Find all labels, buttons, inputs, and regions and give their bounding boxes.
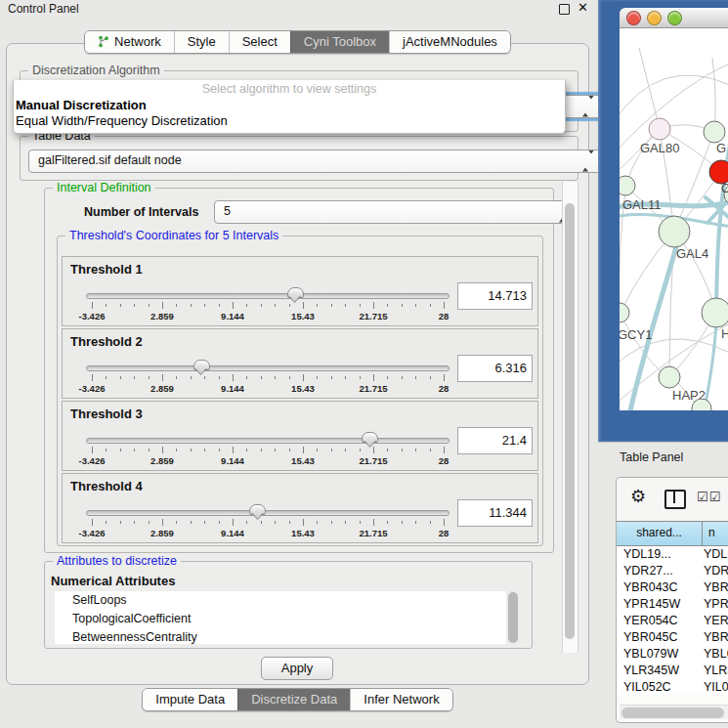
table-horizontal-scrollbar[interactable] (620, 705, 728, 719)
column-header-name[interactable]: n (703, 522, 728, 545)
network-canvas[interactable]: GAL80GCGAL11GAL4GCY1HHAP2 (620, 28, 728, 410)
attribute-item[interactable]: SelfLoops (55, 591, 519, 610)
apply-button[interactable]: Apply (261, 657, 333, 680)
network-node[interactable] (659, 366, 680, 388)
tab-cyni-toolbox[interactable]: Cyni Toolbox (290, 31, 389, 53)
threshold-coordinates-group: Threshold's Coordinates for 5 Intervals … (57, 236, 543, 546)
checkbox-icons[interactable]: ☑☑ (697, 490, 721, 504)
slider-track[interactable] (86, 365, 450, 371)
threshold-slider[interactable]: -3.4262.8599.14415.4321.71528 (86, 363, 450, 396)
table-rows: YDL19...YDL1YDR27...YDR2YBR043CYBR0YPR14… (617, 546, 728, 695)
network-node[interactable] (620, 176, 635, 195)
table-cell[interactable]: YBR0 (702, 579, 728, 596)
cyni-toolbox-panel: Discretization Algorithm Table Data galF… (6, 43, 589, 685)
network-node-label: GAL80 (640, 141, 679, 155)
threshold-slider[interactable]: -3.4262.8599.14415.4321.71528 (86, 435, 450, 468)
attribute-item[interactable]: BetweennessCentrality (55, 628, 519, 644)
table-cell[interactable]: YBR0 (702, 629, 728, 646)
table-cell[interactable]: YDR27... (617, 563, 702, 579)
screenshot-root: { "window": { "title": "Control Panel" }… (0, 0, 728, 728)
table-panel-window: ⚙ ☑☑ shared... n YDL19...YDL1YDR27...YDR… (616, 477, 728, 723)
attribute-item[interactable]: TopologicalCoefficient (55, 610, 519, 628)
zoom-traffic-light-icon[interactable] (667, 11, 682, 25)
slider-thumb[interactable] (287, 287, 304, 298)
settings-vertical-scrollbar[interactable] (562, 182, 578, 653)
slider-track[interactable] (86, 438, 450, 444)
network-node[interactable] (659, 216, 690, 247)
list-scrollbar[interactable] (506, 591, 519, 644)
network-node[interactable] (620, 303, 629, 322)
table-cell[interactable]: YER054C (617, 613, 702, 629)
table-cell[interactable]: YBL079W (617, 646, 702, 663)
table-row[interactable]: YDR27...YDR2 (617, 563, 728, 579)
network-node[interactable] (704, 121, 725, 143)
network-node-label: H (721, 326, 728, 341)
threshold-value-box[interactable]: 14.713 (457, 282, 533, 310)
table-data-combobox[interactable]: galFiltered.sif default node (28, 150, 602, 173)
table-cell[interactable]: YIL052C (617, 679, 702, 695)
table-cell[interactable]: YDL1 (702, 546, 728, 563)
network-node-label: GAL11 (622, 197, 662, 212)
tab-discretize-data[interactable]: Discretize Data (237, 689, 350, 710)
table-cell[interactable]: YPR1 (702, 596, 728, 613)
split-columns-icon[interactable] (664, 490, 686, 509)
threshold-value-box[interactable]: 21.4 (457, 427, 533, 454)
float-window-icon[interactable] (559, 4, 570, 15)
table-cell[interactable]: YBL0 (702, 646, 728, 663)
threshold-value-box[interactable]: 11.344 (457, 499, 533, 527)
table-cell[interactable]: YBR045C (617, 629, 702, 646)
tab-style[interactable]: Style (174, 31, 229, 53)
tab-infer-network[interactable]: Infer Network (350, 689, 451, 710)
table-row[interactable]: YBR043CYBR0 (617, 579, 728, 596)
network-node-label: GCY1 (620, 327, 652, 342)
table-row[interactable]: YBL079WYBL0 (617, 646, 728, 663)
algorithm-dropdown-popup: Select algorithm to view settings Manual… (13, 80, 566, 134)
table-cell[interactable]: YLR345W (617, 663, 702, 679)
table-cell[interactable]: YDR2 (702, 563, 728, 579)
threshold-slider[interactable]: -3.4262.8599.14415.4321.71528 (86, 507, 450, 540)
group-title: Threshold's Coordinates for 5 Intervals (65, 229, 282, 242)
table-row[interactable]: YLR345WYLR3 (617, 663, 728, 679)
table-data-selected: galFiltered.sif default node (38, 153, 182, 167)
network-icon (98, 35, 109, 48)
settings-gear-icon[interactable]: ⚙ (630, 486, 646, 507)
table-row[interactable]: YIL052CYIL0 (617, 679, 728, 695)
tab-select[interactable]: Select (229, 31, 290, 53)
threshold-value-box[interactable]: 6.316 (457, 355, 533, 382)
table-cell[interactable]: YIL0 (702, 679, 728, 695)
minimize-traffic-light-icon[interactable] (647, 11, 662, 25)
column-header-shared[interactable]: shared... (617, 522, 703, 545)
tab-jactivemnodules[interactable]: jActiveMNodules (389, 31, 510, 53)
close-icon[interactable]: ✕ (578, 1, 588, 15)
tab-impute-data[interactable]: Impute Data (143, 689, 237, 710)
slider-thumb[interactable] (249, 504, 266, 515)
scrollbar-thumb[interactable] (565, 203, 575, 639)
numerical-attributes-list[interactable]: SelfLoopsTopologicalCoefficientBetweenne… (55, 591, 519, 644)
table-row[interactable]: YBR045CYBR0 (617, 629, 728, 646)
bottom-tab-row: Impute Data Discretize Data Infer Networ… (0, 688, 595, 711)
slider-thumb[interactable] (193, 360, 210, 370)
slider-track[interactable] (86, 293, 450, 299)
slider-track[interactable] (86, 510, 450, 516)
slider-thumb[interactable] (362, 432, 378, 443)
table-cell[interactable]: YER0 (702, 613, 728, 629)
tab-network[interactable]: Network (85, 31, 174, 53)
table-cell[interactable]: YPR145W (617, 596, 702, 613)
table-row[interactable]: YER054CYER0 (617, 613, 728, 629)
scrollbar-thumb[interactable] (621, 707, 724, 718)
network-node[interactable] (702, 298, 728, 327)
network-edge (620, 75, 728, 122)
table-row[interactable]: YPR145WYPR1 (617, 596, 728, 613)
threshold-slider[interactable]: -3.4262.8599.14415.4321.71528 (86, 290, 450, 323)
dropdown-option-equal-width-frequency[interactable]: Equal Width/Frequency Discretization (14, 113, 565, 129)
table-cell[interactable]: YDL19... (617, 546, 702, 563)
network-node[interactable] (649, 118, 670, 140)
table-cell[interactable]: YLR3 (702, 663, 728, 679)
slider-scale-labels: -3.4262.8599.14415.4321.71528 (92, 383, 444, 394)
close-traffic-light-icon[interactable] (626, 11, 641, 25)
table-row[interactable]: YDL19...YDL1 (617, 546, 728, 563)
dropdown-option-manual-discretization[interactable]: Manual Discretization (14, 98, 565, 113)
num-intervals-combobox[interactable]: 5 (214, 200, 578, 224)
numerical-attributes-label: Numerical Attributes (51, 574, 175, 588)
table-cell[interactable]: YBR043C (617, 579, 702, 596)
